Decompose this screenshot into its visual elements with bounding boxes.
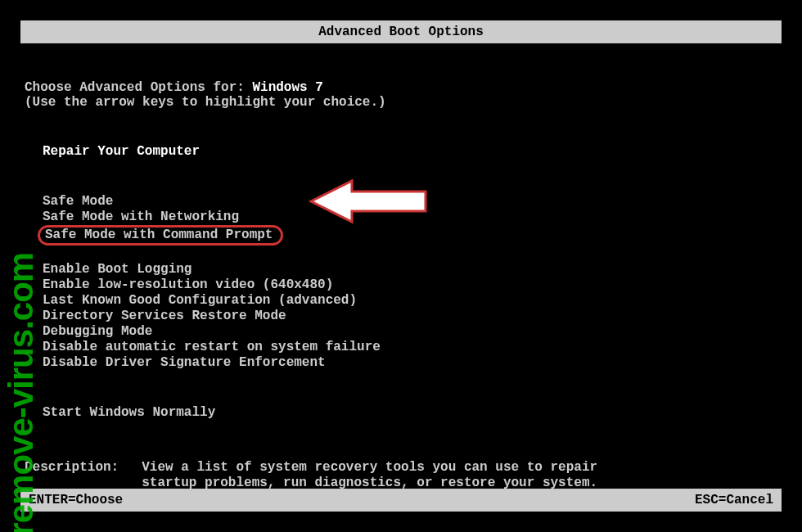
intro-hint: (Use the arrow keys to highlight your ch…: [25, 95, 777, 110]
option-disable-auto-restart[interactable]: Disable automatic restart on system fail…: [43, 340, 777, 355]
option-group-safemode: Safe Mode Safe Mode with Networking Safe…: [25, 194, 777, 246]
intro-prefix: Choose Advanced Options for:: [25, 80, 252, 95]
option-start-windows-normally[interactable]: Start Windows Normally: [43, 405, 777, 421]
option-enable-low-res-video[interactable]: Enable low-resolution video (640x480): [43, 277, 777, 293]
footer-bar: ENTER=Choose ESC=Cancel: [20, 489, 782, 512]
option-repair-computer[interactable]: Repair Your Computer: [43, 144, 777, 160]
description-label: Description:: [25, 460, 142, 475]
highlight-box: Safe Mode with Command Prompt: [38, 225, 283, 246]
option-safe-mode-command-prompt[interactable]: Safe Mode with Command Prompt: [40, 228, 273, 243]
option-group-advanced: Enable Boot Logging Enable low-resolutio…: [25, 262, 777, 371]
option-enable-boot-logging[interactable]: Enable Boot Logging: [43, 262, 777, 277]
intro-os: Windows 7: [252, 80, 322, 95]
option-debugging-mode[interactable]: Debugging Mode: [43, 324, 777, 340]
footer-esc: ESC=Cancel: [695, 493, 773, 507]
title-bar: Advanced Boot Options: [20, 20, 782, 43]
option-disable-driver-sig[interactable]: Disable Driver Signature Enforcement: [43, 355, 777, 371]
option-safe-mode[interactable]: Safe Mode: [43, 194, 777, 210]
description-block: Description: View a list of system recov…: [25, 460, 777, 491]
intro-block: Choose Advanced Options for: Windows 7 (…: [25, 80, 777, 110]
footer-enter: ENTER=Choose: [29, 493, 123, 507]
option-group-repair: Repair Your Computer: [25, 144, 777, 160]
content-area: Choose Advanced Options for: Windows 7 (…: [0, 80, 802, 491]
description-text: View a list of system recovery tools you…: [142, 460, 600, 491]
option-directory-services-restore[interactable]: Directory Services Restore Mode: [43, 309, 777, 324]
option-last-known-good[interactable]: Last Known Good Configuration (advanced): [43, 293, 777, 309]
page-title: Advanced Boot Options: [318, 25, 484, 39]
option-safe-mode-networking[interactable]: Safe Mode with Networking: [43, 210, 777, 225]
option-group-normal: Start Windows Normally: [25, 405, 777, 421]
